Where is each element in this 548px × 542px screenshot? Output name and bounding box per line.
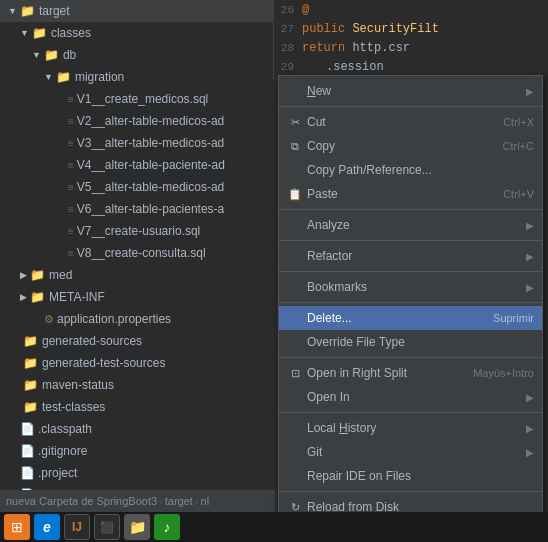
- folder-icon: 📁: [30, 290, 45, 304]
- menu-item-cut[interactable]: ✂ Cut Ctrl+X: [279, 110, 542, 134]
- line-number: 27: [274, 23, 302, 35]
- tree-label: generated-test-sources: [42, 356, 165, 370]
- breadcrumb-part[interactable]: target: [165, 495, 193, 507]
- tree-label: application.properties: [57, 312, 171, 326]
- taskbar-terminal-icon[interactable]: ⬛: [94, 514, 120, 540]
- taskbar-music-icon[interactable]: ♪: [154, 514, 180, 540]
- context-menu: New ▶ ✂ Cut Ctrl+X ⧉ Copy Ctrl+C Copy Pa…: [278, 75, 543, 542]
- tree-label: migration: [75, 70, 124, 84]
- menu-item-open-right-split[interactable]: ⊡ Open in Right Split Mayús+Intro: [279, 361, 542, 385]
- tree-item-target[interactable]: ▼ 📁 target: [0, 0, 275, 22]
- tree-item-gitignore[interactable]: 📄 .gitignore: [0, 440, 275, 462]
- menu-item-label: Copy Path/Reference...: [307, 163, 534, 177]
- menu-item-local-history[interactable]: Local History ▶: [279, 416, 542, 440]
- menu-item-label: Paste: [307, 187, 495, 201]
- menu-separator: [279, 357, 542, 358]
- tree-item-v1[interactable]: ≡ V1__create_medicos.sql: [0, 88, 275, 110]
- menu-item-refactor[interactable]: Refactor ▶: [279, 244, 542, 268]
- tree-label: target: [39, 4, 70, 18]
- tree-label: .classpath: [38, 422, 92, 436]
- line-number: 28: [274, 42, 302, 54]
- tree-label: classes: [51, 26, 91, 40]
- tree-item-project[interactable]: 📄 .project: [0, 462, 275, 484]
- shortcut-label: Ctrl+V: [503, 188, 534, 200]
- settings-icon: ⚙: [44, 313, 54, 326]
- menu-item-copy-path[interactable]: Copy Path/Reference...: [279, 158, 542, 182]
- tree-label: V7__create-usuario.sql: [77, 224, 200, 238]
- code-content: return http.csr: [302, 41, 410, 55]
- tree-label: generated-sources: [42, 334, 142, 348]
- menu-item-delete[interactable]: Delete... Suprimir: [279, 306, 542, 330]
- submenu-arrow-icon: ▶: [526, 282, 534, 293]
- tree-item-classes[interactable]: ▼ 📁 classes: [0, 22, 275, 44]
- menu-separator: [279, 491, 542, 492]
- file-lines-icon: ≡: [68, 204, 74, 215]
- arrow-icon: ▶: [20, 292, 27, 302]
- arrow-icon: ▼: [32, 50, 41, 60]
- menu-item-repair-ide[interactable]: Repair IDE on Files: [279, 464, 542, 488]
- folder-icon: 📁: [56, 70, 71, 84]
- tree-item-v5[interactable]: ≡ V5__alter-table-medicos-ad: [0, 176, 275, 198]
- taskbar-browser-icon[interactable]: e: [34, 514, 60, 540]
- breadcrumb-part[interactable]: nueva Carpeta de SpringBoot3: [6, 495, 157, 507]
- tree-item-med[interactable]: ▶ 📁 med: [0, 264, 275, 286]
- tree-item-migration[interactable]: ▼ 📁 migration: [0, 66, 275, 88]
- menu-item-label: Repair IDE on Files: [307, 469, 534, 483]
- taskbar-ide-icon[interactable]: IJ: [64, 514, 90, 540]
- file-icon: 📄: [20, 444, 35, 458]
- tree-item-application[interactable]: ⚙ application.properties: [0, 308, 275, 330]
- tree-label: db: [63, 48, 76, 62]
- taskbar-start-icon[interactable]: ⊞: [4, 514, 30, 540]
- arrow-icon: ▼: [44, 72, 53, 82]
- taskbar: ⊞ e IJ ⬛ 📁 ♪: [0, 512, 548, 542]
- tree-item-v6[interactable]: ≡ V6__alter-table-pacientes-a: [0, 198, 275, 220]
- folder-icon: 📁: [23, 400, 38, 414]
- menu-item-override-file-type[interactable]: Override File Type: [279, 330, 542, 354]
- tree-label: .project: [38, 466, 77, 480]
- tree-label: test-classes: [42, 400, 105, 414]
- tree-item-v2[interactable]: ≡ V2__alter-table-medicos-ad: [0, 110, 275, 132]
- menu-item-label: Refactor: [307, 249, 522, 263]
- tree-item-v4[interactable]: ≡ V4__alter-table-paciente-ad: [0, 154, 275, 176]
- tree-item-v3[interactable]: ≡ V3__alter-table-medicos-ad: [0, 132, 275, 154]
- submenu-arrow-icon: ▶: [526, 423, 534, 434]
- menu-item-open-in[interactable]: Open In ▶: [279, 385, 542, 409]
- shortcut-label: Mayús+Intro: [473, 367, 534, 379]
- menu-item-label: Analyze: [307, 218, 522, 232]
- tree-item-classpath[interactable]: 📄 .classpath: [0, 418, 275, 440]
- arrow-icon: ▼: [8, 6, 17, 16]
- submenu-arrow-icon: ▶: [526, 251, 534, 262]
- menu-item-copy[interactable]: ⧉ Copy Ctrl+C: [279, 134, 542, 158]
- tree-item-v8[interactable]: ≡ V8__create-consulta.sql: [0, 242, 275, 264]
- tree-label: V8__create-consulta.sql: [77, 246, 206, 260]
- menu-item-paste[interactable]: 📋 Paste Ctrl+V: [279, 182, 542, 206]
- tree-item-maven-status[interactable]: 📁 maven-status: [0, 374, 275, 396]
- menu-item-git[interactable]: Git ▶: [279, 440, 542, 464]
- code-content: .session: [302, 60, 384, 74]
- taskbar-files-icon[interactable]: 📁: [124, 514, 150, 540]
- breadcrumb-bar: nueva Carpeta de SpringBoot3 › target › …: [0, 490, 275, 512]
- folder-icon: 📁: [30, 268, 45, 282]
- tree-item-db[interactable]: ▼ 📁 db: [0, 44, 275, 66]
- menu-item-label: Open In: [307, 390, 522, 404]
- tree-label: V1__create_medicos.sql: [77, 92, 208, 106]
- tree-item-test-classes[interactable]: 📁 test-classes: [0, 396, 275, 418]
- arrow-icon: ▼: [20, 28, 29, 38]
- shortcut-label: Ctrl+C: [503, 140, 534, 152]
- menu-item-label: Local History: [307, 421, 522, 435]
- code-line-27: 27 public SecurityFilt: [274, 19, 548, 38]
- tree-label: META-INF: [49, 290, 105, 304]
- breadcrumb-part[interactable]: nl: [201, 495, 210, 507]
- breadcrumb-separator: ›: [159, 495, 163, 507]
- tree-item-generated-test-sources[interactable]: 📁 generated-test-sources: [0, 352, 275, 374]
- folder-icon: 📁: [23, 378, 38, 392]
- menu-item-new[interactable]: New ▶: [279, 79, 542, 103]
- menu-item-analyze[interactable]: Analyze ▶: [279, 213, 542, 237]
- file-lines-icon: ≡: [68, 116, 74, 127]
- menu-item-bookmarks[interactable]: Bookmarks ▶: [279, 275, 542, 299]
- tree-item-generated-sources[interactable]: 📁 generated-sources: [0, 330, 275, 352]
- menu-separator: [279, 302, 542, 303]
- menu-separator: [279, 240, 542, 241]
- tree-item-meta-inf[interactable]: ▶ 📁 META-INF: [0, 286, 275, 308]
- tree-item-v7[interactable]: ≡ V7__create-usuario.sql: [0, 220, 275, 242]
